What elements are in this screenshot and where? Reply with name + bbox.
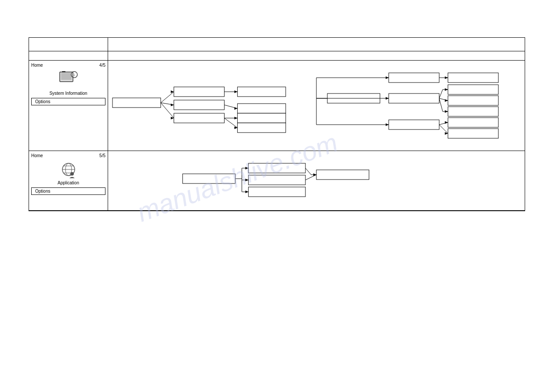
svg-marker-46: [445, 76, 448, 79]
svg-line-57: [439, 125, 448, 133]
globe-icon: [60, 162, 77, 178]
icon-area-app: [31, 162, 105, 178]
svg-marker-16: [171, 90, 174, 93]
diagram-app-svg: [108, 151, 525, 210]
svg-rect-2: [62, 71, 65, 72]
svg-marker-51: [445, 99, 448, 102]
svg-rect-10: [237, 104, 286, 113]
icon-label-sysinfo: System Information: [31, 91, 105, 96]
header-left-top: [29, 38, 108, 51]
svg-line-52: [439, 98, 443, 111]
sub-header-left: [29, 51, 108, 60]
svg-rect-36: [448, 129, 498, 138]
svg-line-50: [439, 98, 448, 101]
svg-line-81: [305, 175, 316, 180]
diagram-sysinfo-svg: [108, 61, 525, 151]
svg-rect-32: [448, 96, 498, 105]
home-line-sysinfo: Home 4/5: [31, 63, 105, 68]
svg-point-64: [70, 172, 74, 176]
svg-rect-31: [448, 85, 498, 94]
left-panel-app: Home 5/5 Application: [29, 151, 108, 210]
svg-marker-75: [245, 167, 248, 169]
icon-area-sysinfo: i: [31, 71, 105, 89]
svg-line-78: [305, 168, 311, 175]
main-table: Home 4/5 i System Information Options: [29, 37, 525, 211]
page-num-sysinfo: 4/5: [99, 63, 105, 68]
svg-rect-1: [61, 73, 72, 80]
svg-rect-35: [448, 118, 498, 127]
svg-marker-77: [245, 191, 248, 193]
svg-line-55: [439, 122, 448, 125]
svg-marker-44: [386, 123, 389, 126]
svg-rect-68: [248, 187, 305, 197]
svg-rect-11: [237, 113, 286, 123]
svg-line-47: [439, 90, 443, 98]
svg-marker-17: [171, 104, 174, 106]
icon-label-app: Application: [31, 180, 105, 185]
sub-header-row: [29, 51, 525, 61]
svg-rect-8: [174, 113, 225, 123]
monitor-icon: i: [58, 71, 80, 89]
right-content-app: [108, 151, 525, 210]
svg-marker-24: [234, 117, 237, 119]
svg-rect-65: [183, 174, 236, 183]
svg-marker-58: [445, 132, 448, 135]
svg-rect-67: [248, 175, 305, 185]
home-line-app: Home 5/5: [31, 153, 105, 158]
svg-line-14: [161, 103, 174, 105]
svg-text:i: i: [74, 73, 75, 77]
svg-marker-76: [245, 179, 248, 181]
svg-line-15: [161, 103, 174, 118]
svg-rect-27: [327, 94, 380, 103]
svg-marker-42: [386, 76, 389, 79]
svg-line-25: [224, 118, 237, 128]
svg-rect-28: [389, 73, 439, 83]
svg-marker-54: [445, 110, 448, 113]
page-wrapper: Home 4/5 i System Information Options: [0, 0, 555, 392]
svg-rect-12: [237, 123, 286, 133]
svg-marker-43: [386, 97, 389, 100]
svg-rect-69: [316, 170, 369, 180]
page-num-app: 5/5: [99, 153, 105, 158]
svg-rect-7: [174, 100, 225, 110]
svg-rect-33: [448, 107, 498, 116]
row-application: Home 5/5 Application: [29, 151, 525, 211]
home-label-sysinfo: Home: [31, 63, 43, 68]
svg-marker-20: [234, 90, 237, 93]
options-sysinfo[interactable]: Options: [31, 98, 105, 105]
svg-rect-6: [174, 87, 225, 97]
home-label-app: Home: [31, 153, 43, 158]
header-right-top: [108, 38, 525, 51]
sub-header-right: [108, 51, 525, 60]
svg-marker-80: [313, 173, 316, 176]
svg-rect-9: [237, 87, 286, 97]
right-content-sysinfo: [108, 61, 525, 151]
header-row-top: [29, 38, 525, 51]
svg-marker-26: [234, 126, 237, 129]
svg-rect-5: [112, 98, 161, 108]
left-panel-sysinfo: Home 4/5 i System Information Options: [29, 61, 108, 151]
row-system-info: Home 4/5 i System Information Options: [29, 61, 525, 151]
svg-line-13: [161, 92, 174, 103]
options-app[interactable]: Options: [31, 187, 105, 195]
svg-line-21: [224, 105, 237, 108]
svg-marker-18: [171, 117, 174, 119]
svg-rect-30: [389, 94, 439, 103]
svg-rect-29: [448, 73, 498, 83]
svg-marker-56: [445, 121, 448, 124]
svg-rect-66: [248, 163, 305, 173]
svg-marker-22: [234, 107, 237, 110]
svg-rect-34: [389, 120, 439, 129]
svg-marker-49: [445, 88, 448, 91]
